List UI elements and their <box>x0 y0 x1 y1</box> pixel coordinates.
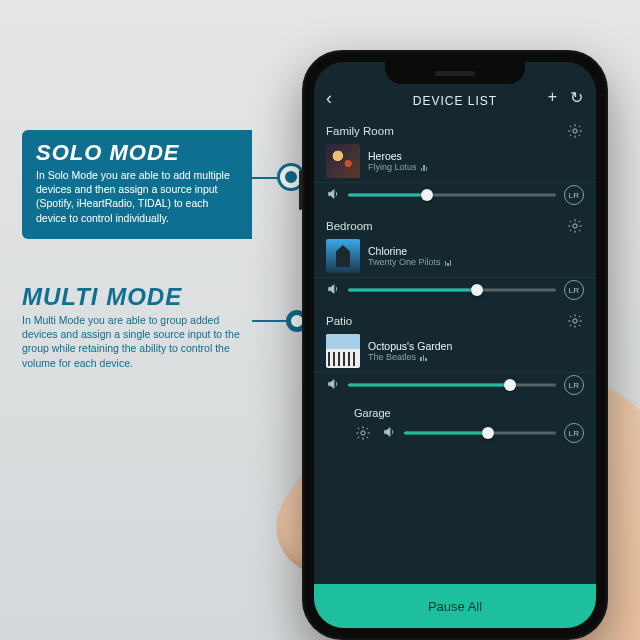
album-art <box>326 334 360 368</box>
volume-slider[interactable] <box>348 378 556 392</box>
room-item-child: Garage LR <box>314 403 596 451</box>
add-device-button[interactable]: + <box>548 88 558 107</box>
track-title: Heroes <box>368 150 584 162</box>
gear-icon <box>567 123 583 139</box>
room-name: Family Room <box>326 125 394 137</box>
room-item: Family Room Heroes Flying Lotus <box>314 118 596 213</box>
svg-point-0 <box>573 129 577 133</box>
callout-solo-body: In Solo Mode you are able to add multipl… <box>36 168 238 225</box>
volume-slider[interactable] <box>348 188 556 202</box>
pause-all-button[interactable]: Pause All <box>314 584 596 628</box>
svg-point-3 <box>361 431 365 435</box>
speaker-icon <box>326 187 340 201</box>
speaker-icon <box>326 377 340 391</box>
now-playing[interactable]: Chlorine Twenty One Pilots <box>314 237 596 278</box>
room-item: Bedroom Chlorine Twenty One Pilots <box>314 213 596 308</box>
phone-notch <box>385 62 525 84</box>
speaker-icon <box>326 282 340 296</box>
gear-icon <box>567 313 583 329</box>
track-artist: Twenty One Pilots <box>368 257 441 267</box>
gear-icon <box>567 218 583 234</box>
now-playing-icon <box>420 354 427 361</box>
room-item: Patio Octopus's Garden The Beatles <box>314 308 596 451</box>
room-name: Bedroom <box>326 220 373 232</box>
callout-solo-title: SOLO MODE <box>36 140 238 166</box>
channel-lr-button[interactable]: LR <box>564 280 584 300</box>
svg-point-2 <box>573 319 577 323</box>
pause-all-label: Pause All <box>428 599 482 614</box>
mute-button[interactable] <box>326 377 340 394</box>
rooms-list: Family Room Heroes Flying Lotus <box>314 116 596 451</box>
mute-button[interactable] <box>326 187 340 204</box>
now-playing-icon <box>421 164 428 171</box>
room-settings-button[interactable] <box>566 312 584 330</box>
svg-point-1 <box>573 224 577 228</box>
callout-multi-title: MULTI MODE <box>22 283 252 311</box>
room-settings-button[interactable] <box>566 122 584 140</box>
callout-solo: SOLO MODE In Solo Mode you are able to a… <box>22 130 252 239</box>
callout-multi-body: In Multi Mode you are able to group adde… <box>22 313 252 370</box>
phone-frame: ‹ DEVICE LIST + ↻ Family Room He <box>302 50 608 640</box>
album-art <box>326 239 360 273</box>
speaker-icon <box>382 425 396 439</box>
mute-button[interactable] <box>326 282 340 299</box>
track-artist: Flying Lotus <box>368 162 417 172</box>
track-artist: The Beatles <box>368 352 416 362</box>
room-name: Patio <box>326 315 352 327</box>
track-title: Chlorine <box>368 245 584 257</box>
refresh-button[interactable]: ↻ <box>570 88 584 107</box>
callout-multi: MULTI MODE In Multi Mode you are able to… <box>22 283 252 370</box>
channel-lr-button[interactable]: LR <box>564 185 584 205</box>
channel-lr-button[interactable]: LR <box>564 375 584 395</box>
header-title: DEVICE LIST <box>413 94 497 108</box>
back-button[interactable]: ‹ <box>326 88 333 109</box>
track-title: Octopus's Garden <box>368 340 584 352</box>
volume-slider[interactable] <box>404 426 556 440</box>
volume-slider[interactable] <box>348 283 556 297</box>
album-art <box>326 144 360 178</box>
room-settings-button[interactable] <box>354 424 372 442</box>
app-screen: ‹ DEVICE LIST + ↻ Family Room He <box>314 62 596 628</box>
room-settings-button[interactable] <box>566 217 584 235</box>
gear-icon <box>355 425 371 441</box>
room-name: Garage <box>354 407 391 419</box>
mute-button[interactable] <box>382 425 396 442</box>
now-playing-icon <box>445 259 452 266</box>
now-playing[interactable]: Heroes Flying Lotus <box>314 142 596 183</box>
channel-lr-button[interactable]: LR <box>564 423 584 443</box>
now-playing[interactable]: Octopus's Garden The Beatles <box>314 332 596 373</box>
